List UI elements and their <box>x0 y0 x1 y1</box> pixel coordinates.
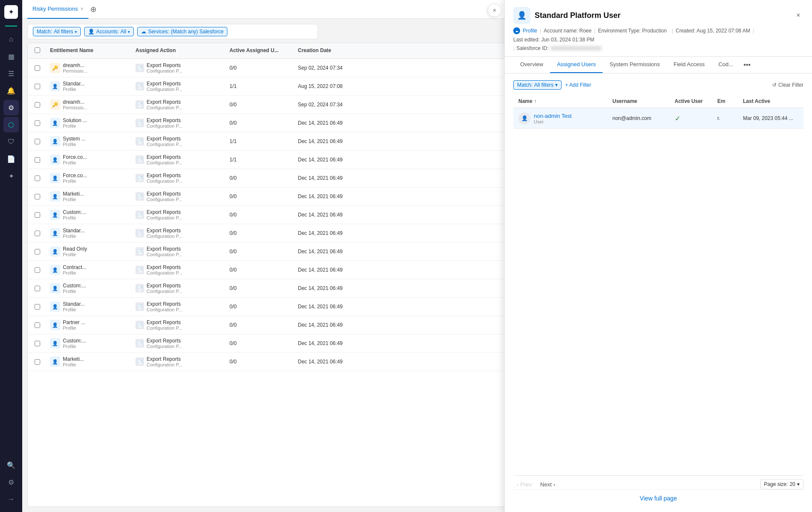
action-doc-icon: 📄 <box>135 174 144 182</box>
action-sub: Configuration P... <box>147 270 182 275</box>
salesforce-id-label: Salesforce ID: <box>516 45 548 51</box>
row-entitlement: 👤 Custom:... Profile <box>47 279 132 297</box>
row-checkbox[interactable] <box>31 282 47 295</box>
sidebar-item-home[interactable]: ⌂ <box>3 32 19 47</box>
entitlement-name: Contract... <box>63 264 86 270</box>
entitlement-sub: Profile <box>63 87 85 92</box>
tab-overview[interactable]: Overview <box>513 57 550 73</box>
row-action: 📄 Export Reports Configuration P... <box>132 59 226 77</box>
sidebar-item-file[interactable]: 📄 <box>3 151 19 167</box>
row-checkbox[interactable] <box>31 246 47 258</box>
last-edited: Last edited: Jun 03, 2024 01:38 PM <box>513 37 594 43</box>
row-checkbox[interactable] <box>31 264 47 276</box>
row-checkbox[interactable] <box>31 80 47 93</box>
sidebar-item-gear[interactable]: ⚙ <box>3 474 19 490</box>
row-action: 📄 Export Reports Configuration P... <box>132 334 226 352</box>
row-checkbox[interactable] <box>31 356 47 368</box>
panel-match-chip[interactable]: Match: All filters ▾ <box>513 80 562 90</box>
tab-field-access[interactable]: Field Access <box>667 57 712 73</box>
row-entitlement: 👤 Custom:... Profile <box>47 334 132 352</box>
row-checkbox[interactable] <box>31 117 47 129</box>
row-entitlement: 🔑 dreamh... Permissio... <box>47 96 132 114</box>
row-checkbox[interactable] <box>31 337 47 350</box>
entitlement-sub: Profile <box>63 344 86 349</box>
entitlement-sub: Profile <box>63 197 84 202</box>
row-active: 0/0 <box>226 172 294 184</box>
profile-link[interactable]: Profile <box>523 28 537 34</box>
select-all-checkbox[interactable] <box>35 47 40 53</box>
row-checkbox[interactable] <box>31 172 47 184</box>
tab-risky-permissions[interactable]: Risky Permissions × <box>27 0 88 19</box>
sidebar-item-network[interactable]: ⬡ <box>3 117 19 132</box>
row-active: 0/0 <box>226 227 294 240</box>
next-page-button[interactable]: Next › <box>537 480 559 489</box>
sidebar-item-logout[interactable]: → <box>3 492 19 507</box>
user-last-active: Mar 09, 2023 05:44 ... <box>740 111 802 126</box>
row-checkbox[interactable] <box>31 190 47 203</box>
profile-icon: 👤 <box>50 136 60 146</box>
view-full-page-link[interactable]: View full page <box>513 489 803 505</box>
action-doc-icon: 📄 <box>135 64 144 72</box>
row-checkbox[interactable] <box>31 227 47 240</box>
action-name: Export Reports <box>147 301 182 307</box>
panel-title: Standard Platform User <box>535 11 621 20</box>
row-action: 📄 Export Reports Configuration P... <box>132 132 226 150</box>
tab-close-button[interactable]: × <box>80 6 83 12</box>
tab-code[interactable]: Cod... <box>712 57 740 73</box>
sidebar-item-star[interactable]: ✦ <box>3 168 19 184</box>
profile-icon: 👤 <box>50 173 60 183</box>
tab-assigned-users[interactable]: Assigned Users <box>550 57 603 73</box>
panel-entity-icon: 👤 <box>513 7 530 24</box>
row-action: 📄 Export Reports Configuration P... <box>132 316 226 334</box>
user-active-status: ✓ <box>671 110 714 127</box>
entitlement-sub: Profile <box>63 270 86 275</box>
sidebar-item-shield[interactable]: 🛡 <box>3 134 19 149</box>
sidebar-item-settings-cog[interactable]: ⚙ <box>3 100 19 115</box>
panel-title-row: 👤 Standard Platform User × <box>513 7 803 24</box>
entitlement-sub: Profile <box>63 160 87 165</box>
action-doc-icon: 📄 <box>135 192 144 201</box>
overlay-close-button[interactable]: × <box>488 3 501 17</box>
services-filter-chip[interactable]: ☁ Services: (Match any) Salesforce <box>137 27 227 36</box>
entitlement-sub: Profile <box>63 252 87 257</box>
sidebar-item-alerts[interactable]: 🔔 <box>3 83 19 98</box>
row-checkbox[interactable] <box>31 62 47 74</box>
row-active: 0/0 <box>226 61 294 74</box>
prev-page-button[interactable]: ‹ Prev <box>513 480 535 489</box>
tab-system-permissions[interactable]: System Permissions <box>603 57 667 73</box>
add-filter-button[interactable]: + Add Filter <box>565 82 591 88</box>
sidebar-item-list[interactable]: ☰ <box>3 66 19 81</box>
active-check-icon: ✓ <box>675 115 680 122</box>
sidebar-item-search[interactable]: 🔍 <box>3 457 19 473</box>
entitlement-name: Custom:... <box>63 283 86 289</box>
match-value: All filters <box>54 29 73 35</box>
action-name: Export Reports <box>147 191 182 197</box>
prev-label: Prev <box>520 481 532 488</box>
row-checkbox[interactable] <box>31 209 47 221</box>
row-action: 📄 Export Reports Configuration P... <box>132 77 226 95</box>
row-active: 0/0 <box>226 300 294 313</box>
panel-tab-more-icon[interactable]: ••• <box>740 57 754 73</box>
created-date: Created: Aug 15, 2022 07:08 AM <box>676 28 750 34</box>
row-checkbox[interactable] <box>31 99 47 111</box>
accounts-filter-chip[interactable]: 👤 Accounts: All ▾ <box>84 27 134 36</box>
sidebar-item-dashboard[interactable]: ▦ <box>3 49 19 64</box>
profile-icon: 👤 <box>50 320 60 330</box>
row-active: 0/0 <box>226 355 294 368</box>
col-name[interactable]: Name ↑ <box>515 95 609 108</box>
user-table-row[interactable]: 👤 non-admin Test User non@admin.com ✓ r.… <box>513 108 803 129</box>
entitlement-sub: Permissio... <box>63 105 87 110</box>
panel-close-button[interactable]: × <box>793 10 803 20</box>
row-checkbox[interactable] <box>31 135 47 148</box>
clear-filter-button[interactable]: ↺ Clear Filter <box>772 82 803 88</box>
col-checkbox <box>31 43 47 59</box>
match-filter-chip[interactable]: Match: All filters ▾ <box>33 27 81 36</box>
page-size-selector[interactable]: Page size: 20 ▾ <box>760 479 803 489</box>
row-active: 0/0 <box>226 282 294 295</box>
row-checkbox[interactable] <box>31 319 47 331</box>
tab-add-button[interactable]: ⊕ <box>90 5 97 14</box>
entitlement-sub: Permissio... <box>63 68 87 73</box>
row-checkbox[interactable] <box>31 154 47 166</box>
action-sub: Configuration P... <box>147 197 182 202</box>
row-checkbox[interactable] <box>31 301 47 313</box>
